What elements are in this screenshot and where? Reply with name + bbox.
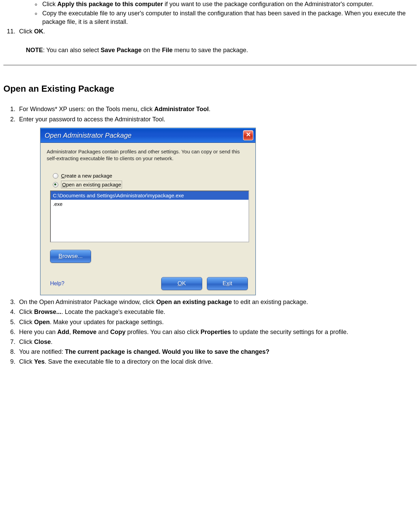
text: to edit an existing package. xyxy=(232,299,308,305)
numbered-list-continued: Click OK. xyxy=(17,27,417,36)
list-item[interactable]: C:\Documents and Settings\Administrator\… xyxy=(51,191,249,200)
text: . xyxy=(43,28,45,35)
sub-bullet-item: Click Apply this package to this compute… xyxy=(41,0,417,9)
sub-bullet-item: Copy the executable file to any user's c… xyxy=(41,9,417,26)
text: to update the security settings for a pr… xyxy=(231,329,348,335)
bold-text: The current package is changed. Would yo… xyxy=(65,348,269,355)
sub-bullet-list: Click Apply this package to this compute… xyxy=(41,0,417,27)
list-item: Here you can Add, Remove and Copy profil… xyxy=(17,328,417,336)
note-label: NOTE xyxy=(26,47,43,54)
text: For Windows* XP users: on the Tools menu… xyxy=(19,106,154,112)
text: and xyxy=(96,329,110,335)
list-item: Click Close. xyxy=(17,338,417,346)
text: Click xyxy=(19,319,34,325)
text: Enter your password to access the Admini… xyxy=(19,116,165,123)
button-label: ExitExit xyxy=(223,279,232,288)
list-item: You are notified: The current package is… xyxy=(17,348,417,356)
dialog-open-administrator-package: Open Administrator Package ✕ Administrat… xyxy=(40,128,256,296)
text: menu to save the package. xyxy=(172,47,248,54)
list-item: Click Open. Make your updates for packag… xyxy=(17,318,417,327)
help-link[interactable]: Help? xyxy=(50,280,64,287)
text: . Make your updates for package settings… xyxy=(50,319,164,325)
text: . Save the executable file to a director… xyxy=(45,358,213,365)
bold-text: Browse... xyxy=(34,308,61,315)
separator xyxy=(3,65,417,65)
bold-text: Apply this package to this computer xyxy=(57,1,163,7)
radio-icon xyxy=(53,173,58,179)
text: . xyxy=(209,106,210,112)
bold-text: OK xyxy=(34,28,43,35)
note-block: NOTE: You can also select Save Package o… xyxy=(26,46,417,55)
dialog-title: Open Administrator Package xyxy=(45,131,132,140)
package-listbox[interactable]: C:\Documents and Settings\Administrator\… xyxy=(50,191,249,242)
list-item: Click Yes. Save the executable file to a… xyxy=(17,358,417,366)
bold-text: Close xyxy=(34,338,51,345)
bold-text: Save Package xyxy=(101,47,141,54)
text: Click xyxy=(19,338,34,345)
list-item: For Windows* XP users: on the Tools menu… xyxy=(17,105,417,113)
text: Here you can xyxy=(19,329,57,335)
bold-text: Copy xyxy=(110,329,125,335)
browse-button[interactable]: BBrowse...rowse... xyxy=(50,250,91,263)
text: Click xyxy=(42,1,57,7)
section-heading: Open an Existing Package xyxy=(3,82,417,95)
dialog-description: Administrator Packages contain profiles … xyxy=(47,148,249,162)
bold-text: Add xyxy=(57,329,69,335)
radio-open-existing-package[interactable]: OOpen an existing packagepen an existing… xyxy=(53,181,249,188)
text: . Locate the package's executable file. xyxy=(61,308,165,315)
dialog-titlebar[interactable]: Open Administrator Package ✕ xyxy=(41,128,255,143)
radio-create-new-package[interactable]: CCreate a new packagereate a new package xyxy=(53,172,249,179)
close-icon: ✕ xyxy=(246,131,251,138)
close-button[interactable]: ✕ xyxy=(243,130,253,140)
numbered-list: For Windows* XP users: on the Tools menu… xyxy=(17,105,417,366)
text: Click xyxy=(19,358,34,365)
button-label: BBrowse...rowse... xyxy=(59,252,83,260)
text: Copy the executable file to any user's c… xyxy=(42,10,406,25)
exit-button[interactable]: ExitExit xyxy=(207,277,248,290)
bold-text: Open an existing package xyxy=(156,299,232,305)
text: Click xyxy=(19,308,34,315)
dialog-body: Administrator Packages contain profiles … xyxy=(41,143,255,295)
list-item[interactable]: .exe xyxy=(51,200,249,208)
radio-icon xyxy=(53,182,58,187)
list-item: On the Open Administrator Package window… xyxy=(17,298,417,306)
text: , xyxy=(69,329,73,335)
text: on the xyxy=(141,47,162,54)
radio-label: OOpen an existing packagepen an existing… xyxy=(61,181,122,188)
text: : You can also select xyxy=(43,47,101,54)
bold-text: Administrator Tool xyxy=(154,106,209,112)
text: You are notified: xyxy=(19,348,65,355)
text: On the Open Administrator Package window… xyxy=(19,299,156,305)
text: profiles. You can also click xyxy=(125,329,200,335)
list-item: Enter your password to access the Admini… xyxy=(17,115,417,296)
text: if you want to use the package configura… xyxy=(163,1,374,7)
list-item: Click OK. xyxy=(17,27,417,36)
bold-text: Open xyxy=(34,319,50,325)
radio-label: CCreate a new packagereate a new package xyxy=(61,172,112,179)
button-label: OKOK xyxy=(178,279,186,288)
text: . xyxy=(51,338,52,345)
list-item: Click Browse.... Locate the package's ex… xyxy=(17,308,417,316)
bold-text: File xyxy=(162,47,172,54)
bold-text: Properties xyxy=(200,329,231,335)
text: Click xyxy=(19,28,34,35)
bold-text: Remove xyxy=(73,329,96,335)
ok-button[interactable]: OKOK xyxy=(161,277,202,290)
bold-text: Yes xyxy=(34,358,45,365)
